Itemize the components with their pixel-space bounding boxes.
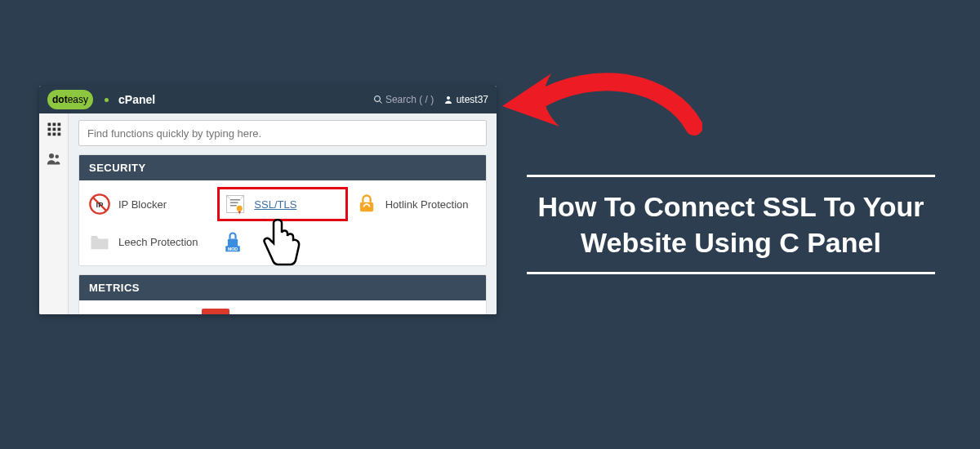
feature-label: Hotlink Protection xyxy=(385,198,469,211)
topbar-title: cPanel xyxy=(118,93,155,106)
users-icon[interactable] xyxy=(47,151,61,169)
user-icon xyxy=(443,95,453,104)
grid-icon[interactable] xyxy=(47,122,61,140)
feature-label: IP Blocker xyxy=(118,198,167,211)
svg-rect-3 xyxy=(47,123,51,127)
section-header-security: SECURITY xyxy=(79,155,486,180)
feature-ip-blocker[interactable]: IP IP Blocker xyxy=(84,187,214,221)
doteasy-logo: doteasy xyxy=(47,90,93,109)
svg-point-13 xyxy=(55,155,59,159)
topbar-search-label: Search ( / ) xyxy=(385,94,434,105)
svg-rect-8 xyxy=(57,128,60,131)
section-header-metrics: METRICS xyxy=(79,275,486,300)
security-section: SECURITY IP IP Blocker SSL/TLS xyxy=(78,154,487,266)
logo-suffix: easy xyxy=(68,94,88,105)
metrics-section: METRICS xyxy=(78,274,487,314)
svg-point-2 xyxy=(447,96,450,100)
feature-leech-protection[interactable]: Leech Protection xyxy=(84,224,214,259)
user-menu[interactable]: utest37 xyxy=(443,94,488,105)
divider-bottom xyxy=(527,272,935,274)
svg-text:IP: IP xyxy=(96,201,104,209)
cpanel-topbar: doteasy cPanel Search ( / ) utest37 xyxy=(39,86,497,113)
svg-rect-6 xyxy=(47,128,51,131)
ssl-certificate-icon xyxy=(223,192,247,216)
feature-hotlink-protection[interactable]: Hotlink Protection xyxy=(351,187,481,221)
feature-ssl-tls[interactable]: SSL/TLS xyxy=(217,187,347,221)
feature-label: Leech Protection xyxy=(118,236,198,248)
main-area: SECURITY IP IP Blocker SSL/TLS xyxy=(69,113,497,314)
username: utest37 xyxy=(457,94,488,105)
modsecurity-icon: MOD xyxy=(220,229,245,254)
hotlink-icon xyxy=(354,192,379,216)
topbar-dot xyxy=(105,98,109,102)
slide-title: How To Connect SSL To Your Website Using… xyxy=(506,189,956,260)
cpanel-window: doteasy cPanel Search ( / ) utest37 xyxy=(39,86,497,314)
svg-rect-4 xyxy=(52,123,56,127)
svg-rect-10 xyxy=(52,133,56,136)
svg-rect-9 xyxy=(47,133,51,136)
svg-line-1 xyxy=(379,101,381,104)
svg-rect-11 xyxy=(57,133,60,136)
svg-text:MOD: MOD xyxy=(228,247,238,251)
feature-modsecurity[interactable]: MOD ModSecurity xyxy=(217,224,347,259)
svg-point-0 xyxy=(374,96,380,102)
metrics-item-icon-1 xyxy=(202,309,229,314)
folder-icon xyxy=(87,229,112,254)
logo-prefix: dot xyxy=(52,94,68,105)
find-functions-input[interactable] xyxy=(78,120,487,146)
topbar-search[interactable]: Search ( / ) xyxy=(373,94,434,105)
svg-rect-5 xyxy=(57,123,60,127)
slide-title-block: How To Connect SSL To Your Website Using… xyxy=(506,163,956,286)
svg-rect-7 xyxy=(52,128,56,131)
svg-point-21 xyxy=(237,206,243,211)
divider-top xyxy=(527,175,935,177)
feature-label[interactable]: SSL/TLS xyxy=(254,198,296,211)
red-arrow-icon xyxy=(490,57,702,158)
feature-placeholder xyxy=(351,224,481,259)
svg-point-12 xyxy=(49,153,54,158)
search-icon xyxy=(373,95,383,104)
ip-blocker-icon: IP xyxy=(87,192,112,216)
sidebar xyxy=(39,113,69,314)
